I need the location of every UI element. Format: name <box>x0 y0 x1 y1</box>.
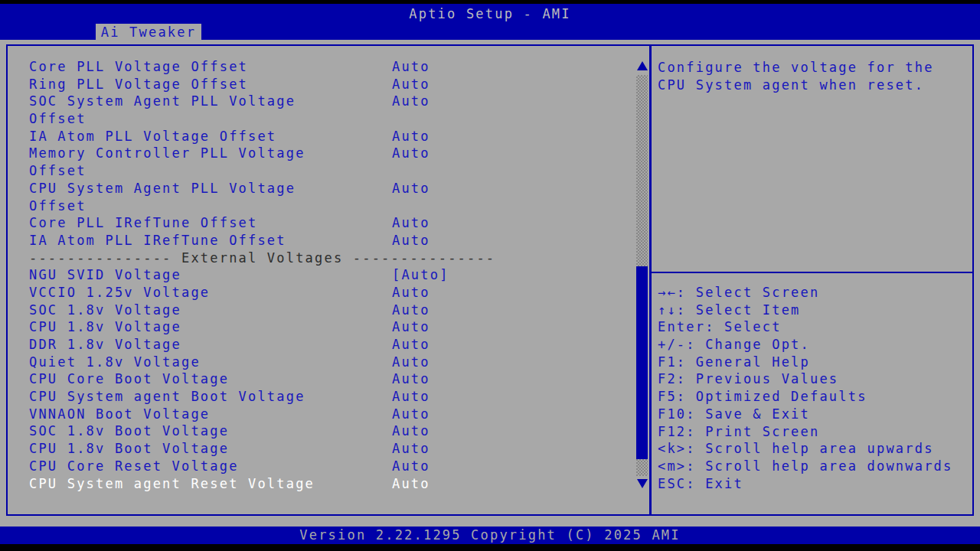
menu-item[interactable]: Quiet 1.8v VoltageAuto <box>29 354 626 372</box>
item-value: Auto <box>392 458 430 474</box>
item-value: Auto <box>392 371 430 386</box>
item-label: CPU 1.8v Boot Voltage <box>29 441 229 456</box>
settings-panel: Core PLL Voltage OffsetAuto Ring PLL Vol… <box>8 46 649 514</box>
header-bar: Aptio Setup - AMI <box>0 4 980 23</box>
separator-label: --------------- External Voltages ------… <box>29 250 495 266</box>
help-panel: Configure the voltage for the CPU System… <box>652 46 972 514</box>
item-value: Auto <box>392 59 430 74</box>
scroll-down-icon[interactable] <box>637 479 648 488</box>
menu-item[interactable]: CPU Core Reset VoltageAuto <box>29 458 626 476</box>
menu-item-wrap: Offset <box>29 198 626 216</box>
item-value: Auto <box>392 129 430 144</box>
menu-item[interactable]: IA Atom PLL IRefTune OffsetAuto <box>29 233 626 250</box>
legend-general-help: F1: General Help <box>658 354 972 372</box>
item-label: CPU System Agent PLL Voltage <box>29 181 296 196</box>
item-value: Auto <box>392 302 430 318</box>
menu-item[interactable]: CPU 1.8v Boot VoltageAuto <box>29 441 626 458</box>
item-label: DDR 1.8v Voltage <box>29 337 181 352</box>
main-area: Core PLL Voltage OffsetAuto Ring PLL Vol… <box>0 40 980 527</box>
scrollbar-track[interactable] <box>636 75 648 476</box>
item-label: IA Atom PLL IRefTune Offset <box>29 233 286 248</box>
item-value: Auto <box>392 406 430 422</box>
item-label: CPU System agent Reset Voltage <box>29 476 315 491</box>
content-frame: Core PLL Voltage OffsetAuto Ring PLL Vol… <box>6 44 974 516</box>
item-value: Auto <box>392 319 430 334</box>
item-value: Auto <box>392 476 430 491</box>
version-text: Version 2.22.1295 Copyright (C) 2025 AMI <box>0 527 980 544</box>
item-label: VNNAON Boot Voltage <box>29 406 210 422</box>
section-separator: --------------- External Voltages ------… <box>29 250 626 268</box>
menu-item[interactable]: VNNAON Boot VoltageAuto <box>29 406 626 424</box>
settings-list: Core PLL Voltage OffsetAuto Ring PLL Vol… <box>29 59 626 493</box>
legend-optimized-defaults: F5: Optimized Defaults <box>658 389 972 406</box>
item-label: SOC 1.8v Voltage <box>29 302 181 318</box>
legend-print-screen: F12: Print Screen <box>658 424 972 442</box>
legend-enter-select: Enter: Select <box>658 319 972 337</box>
menu-item[interactable]: Core PLL Voltage OffsetAuto <box>29 59 626 77</box>
item-label: CPU Core Boot Voltage <box>29 371 229 386</box>
menu-item[interactable]: Ring PLL Voltage OffsetAuto <box>29 77 626 94</box>
menu-item-wrap: Offset <box>29 111 626 129</box>
item-label: NGU SVID Voltage <box>29 267 181 282</box>
tab-ai-tweaker[interactable]: Ai Tweaker <box>96 24 201 40</box>
menu-item[interactable]: VCCIO 1.25v VoltageAuto <box>29 285 626 302</box>
item-label: Memory Controller PLL Voltage <box>29 145 305 161</box>
item-value: Auto <box>392 423 430 439</box>
item-value: Auto <box>392 337 430 352</box>
item-value: Auto <box>392 145 430 161</box>
menu-item-wrap: Offset <box>29 163 626 181</box>
legend-scroll-up: <k>: Scroll help area upwards <box>658 441 972 458</box>
help-legend-divider <box>652 272 972 273</box>
menu-item-selected[interactable]: CPU System agent Reset VoltageAuto <box>29 476 626 494</box>
legend-save-exit: F10: Save & Exit <box>658 406 972 424</box>
menu-item[interactable]: SOC 1.8v VoltageAuto <box>29 302 626 320</box>
menu-item[interactable]: DDR 1.8v VoltageAuto <box>29 337 626 354</box>
legend-esc-exit: ESC: Exit <box>658 476 972 494</box>
menu-item[interactable]: CPU 1.8v VoltageAuto <box>29 319 626 337</box>
item-value: Auto <box>392 93 430 109</box>
item-label: Quiet 1.8v Voltage <box>29 354 201 370</box>
item-label: CPU 1.8v Voltage <box>29 319 181 334</box>
item-value: Auto <box>392 77 430 92</box>
item-label: SOC System Agent PLL Voltage <box>29 93 296 109</box>
bios-screen: Aptio Setup - AMI Ai Tweaker Core PLL Vo… <box>0 0 980 551</box>
menu-item[interactable]: SOC System Agent PLL VoltageAuto <box>29 93 626 111</box>
item-label: SOC 1.8v Boot Voltage <box>29 423 229 439</box>
item-value: Auto <box>392 233 430 248</box>
item-label: Offset <box>29 198 87 214</box>
item-value: Auto <box>392 181 430 196</box>
item-value: Auto <box>392 215 430 230</box>
item-value: Auto <box>392 389 430 404</box>
legend-scroll-down: <m>: Scroll help area downwards <box>658 458 972 476</box>
tab-bar: Ai Tweaker <box>0 23 980 40</box>
menu-item[interactable]: Memory Controller PLL VoltageAuto <box>29 145 626 163</box>
item-value: [Auto] <box>392 267 449 282</box>
item-label: CPU Core Reset Voltage <box>29 458 239 474</box>
menu-item[interactable]: Core PLL IRefTune OffsetAuto <box>29 215 626 233</box>
menu-item[interactable]: NGU SVID Voltage[Auto] <box>29 267 626 285</box>
menu-item[interactable]: IA Atom PLL Voltage OffsetAuto <box>29 129 626 146</box>
scrollbar-thumb[interactable] <box>636 266 648 459</box>
menu-item[interactable]: CPU System agent Boot VoltageAuto <box>29 389 626 406</box>
legend-previous-values: F2: Previous Values <box>658 371 972 389</box>
item-label: CPU System agent Boot Voltage <box>29 389 305 404</box>
help-description: Configure the voltage for the CPU System… <box>658 59 968 93</box>
item-label: Offset <box>29 111 87 126</box>
menu-item[interactable]: SOC 1.8v Boot VoltageAuto <box>29 423 626 441</box>
item-label: Core PLL IRefTune Offset <box>29 215 257 230</box>
page-title: Aptio Setup - AMI <box>0 4 980 23</box>
scroll-up-icon[interactable] <box>637 61 648 70</box>
item-label: Ring PLL Voltage Offset <box>29 77 248 92</box>
legend-select-screen: →←: Select Screen <box>658 285 972 302</box>
footer-bar: Version 2.22.1295 Copyright (C) 2025 AMI <box>0 527 980 544</box>
item-label: Core PLL Voltage Offset <box>29 59 248 74</box>
menu-item[interactable]: CPU System Agent PLL VoltageAuto <box>29 181 626 198</box>
menu-item[interactable]: CPU Core Boot VoltageAuto <box>29 371 626 389</box>
item-value: Auto <box>392 354 430 370</box>
legend-select-item: ↑↓: Select Item <box>658 302 972 320</box>
item-label: Offset <box>29 163 87 178</box>
item-label: IA Atom PLL Voltage Offset <box>29 129 276 144</box>
legend-change-opt: +/-: Change Opt. <box>658 337 972 354</box>
key-legend: →←: Select Screen ↑↓: Select Item Enter:… <box>658 285 972 493</box>
item-label: VCCIO 1.25v Voltage <box>29 285 210 300</box>
